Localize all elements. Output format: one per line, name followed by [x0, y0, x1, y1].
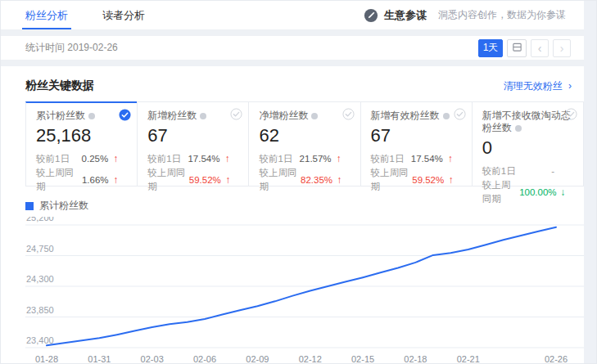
compare-value: -: [551, 164, 554, 178]
arrow-up-icon: ↑: [222, 152, 232, 166]
arrow-up-icon: ↑: [334, 152, 344, 166]
card-title: 新增粉丝数: [147, 110, 240, 122]
compare-value: 17.54%: [411, 152, 443, 166]
stat-date-value: 2019-02-26: [67, 42, 117, 53]
svg-text:02-12: 02-12: [299, 354, 322, 364]
info-dot-icon[interactable]: [515, 125, 522, 132]
compare-row: 较前1日 17.54% ↑: [147, 152, 240, 166]
date-controls: 1天 ‹ ›: [478, 39, 571, 57]
card-title: 新增有效粉丝数: [371, 110, 464, 122]
svg-text:02-18: 02-18: [404, 354, 427, 364]
compare-label: 较前1日: [36, 152, 70, 166]
card-value: 67: [147, 124, 240, 146]
card-title: 新增不接收微淘动态粉丝数: [482, 110, 575, 134]
chart-area: 25,20024,75024,30023,85023,40001-2801-31…: [25, 217, 572, 364]
compare-label: 较前1日: [147, 152, 181, 166]
compare-value: 1.66%: [82, 173, 109, 187]
card-value: 0: [482, 137, 575, 159]
check-circle-icon[interactable]: [565, 108, 577, 120]
svg-text:23,850: 23,850: [26, 305, 54, 315]
metric-card-cumulative-fans[interactable]: 累计粉丝数 25,168 较前1日 0.25% ↑ 较上周同期 1.66% ↑: [25, 101, 138, 186]
calendar-button[interactable]: [507, 39, 527, 57]
compare-label: 较前1日: [371, 152, 405, 166]
svg-text:24,300: 24,300: [26, 274, 54, 284]
compare-value: 59.52%: [189, 173, 221, 187]
brand-name: 生意参谋: [384, 8, 427, 23]
card-value: 25,168: [36, 124, 129, 146]
scrollbar-gutter[interactable]: [584, 1, 596, 363]
metric-card-net-fans[interactable]: 净增粉丝数 62 较前1日 21.57% ↑ 较上周同期 82.35% ↑: [248, 101, 360, 186]
svg-text:02-21: 02-21: [457, 354, 480, 364]
compare-value: 100.00%: [519, 186, 556, 200]
calendar-icon: [512, 42, 522, 55]
info-dot-icon[interactable]: [200, 113, 206, 119]
arrow-up-icon: ↑: [111, 173, 121, 187]
svg-text:25,200: 25,200: [26, 217, 54, 222]
compare-value: 0.25%: [82, 152, 109, 166]
svg-text:02-26: 02-26: [545, 354, 568, 364]
info-dot-icon[interactable]: [88, 113, 95, 119]
check-circle-selected-icon[interactable]: [119, 109, 131, 121]
metric-card-new-valid-fans[interactable]: 新增有效粉丝数 67 较前1日 17.54% ↑ 较上周同期 59.52% ↑: [360, 101, 473, 186]
tab-reader-analysis[interactable]: 读者分析: [102, 1, 145, 29]
compare-row: 较前1日 17.54% ↑: [371, 152, 464, 166]
main-panel: 粉丝关键数据 清理无效粉丝 › 累计粉丝数 25,168: [1, 77, 586, 364]
top-tab-bar: 粉丝分析 读者分析 生意参谋 洞悉内容创作，数据为你参谋: [1, 1, 586, 29]
svg-text:02-03: 02-03: [141, 354, 164, 364]
svg-text:02-06: 02-06: [193, 354, 216, 364]
date-toolbar: 统计时间 2019-02-26 1天 ‹ ›: [1, 36, 586, 60]
stat-time-label: 统计时间: [25, 42, 65, 53]
arrow-up-icon: ↑: [224, 173, 233, 187]
arrow-up-icon: ↑: [445, 152, 455, 166]
section-header: 粉丝关键数据 清理无效粉丝 ›: [25, 77, 572, 95]
check-circle-icon[interactable]: [454, 108, 466, 120]
check-circle-icon[interactable]: [230, 108, 242, 120]
tab-fans-analysis[interactable]: 粉丝分析: [25, 1, 68, 29]
separator-band: [1, 60, 586, 66]
svg-text:01-31: 01-31: [88, 354, 111, 364]
compare-value: 59.52%: [412, 173, 444, 187]
info-dot-icon[interactable]: [311, 113, 318, 119]
clean-link-label: 清理无效粉丝: [504, 80, 563, 92]
section-title: 粉丝关键数据: [25, 79, 94, 93]
compare-row: 较前1日 21.57% ↑: [259, 152, 351, 166]
range-1day-button[interactable]: 1天: [478, 39, 503, 57]
compare-row: 较上周同期 1.66% ↑: [36, 166, 129, 194]
compare-label: 较上周同期: [147, 166, 189, 194]
svg-text:02-15: 02-15: [351, 354, 374, 364]
stat-time-text: 统计时间 2019-02-26: [25, 41, 118, 55]
svg-text:01-28: 01-28: [35, 354, 58, 364]
svg-text:24,750: 24,750: [26, 244, 54, 254]
svg-text:23,400: 23,400: [26, 335, 54, 345]
compare-label: 较上周同期: [371, 166, 413, 194]
clean-invalid-fans-link[interactable]: 清理无效粉丝 ›: [504, 79, 572, 93]
compare-label: 较上周同期: [259, 166, 301, 194]
arrow-up-icon: ↑: [335, 173, 344, 187]
compare-value: 17.54%: [188, 152, 219, 166]
metric-card-new-fans[interactable]: 新增粉丝数 67 较前1日 17.54% ↑ 较上周同期 59.52% ↑: [137, 101, 249, 186]
compare-label: 较上周同期: [482, 178, 519, 206]
fans-line-chart[interactable]: 25,20024,75024,30023,85023,40001-2801-31…: [25, 217, 584, 364]
separator-band: [1, 29, 586, 36]
compare-row: 较上周同期 100.00% ↓: [482, 178, 575, 206]
compare-row: 较前1日 -: [482, 164, 575, 178]
metric-card-no-weitao-fans[interactable]: 新增不接收微淘动态粉丝数 0 较前1日 - 较上周同期 100.00% ↓: [472, 101, 584, 186]
legend-label: 累计粉丝数: [39, 199, 88, 213]
card-title: 累计粉丝数: [36, 110, 129, 122]
metric-cards: 累计粉丝数 25,168 较前1日 0.25% ↑ 较上周同期 1.66% ↑: [25, 101, 584, 186]
legend-swatch-icon: [25, 202, 34, 210]
brand-tagline: 洞悉内容创作，数据为你参谋: [438, 8, 566, 22]
check-circle-icon[interactable]: [342, 108, 355, 120]
next-day-button[interactable]: ›: [553, 39, 571, 57]
sycm-logo-icon: [364, 8, 378, 23]
arrow-down-icon: ↓: [559, 186, 567, 200]
arrow-up-icon: ↑: [446, 173, 455, 187]
chevron-right-icon: ›: [568, 80, 572, 92]
compare-label: 较前1日: [259, 152, 292, 166]
compare-value: 21.57%: [300, 152, 332, 166]
compare-row: 较上周同期 59.52% ↑: [147, 166, 240, 194]
info-dot-icon[interactable]: [443, 113, 450, 119]
compare-label: 较上周同期: [36, 166, 82, 194]
prev-day-button[interactable]: ‹: [531, 39, 549, 57]
compare-row: 较上周同期 59.52% ↑: [371, 166, 464, 194]
